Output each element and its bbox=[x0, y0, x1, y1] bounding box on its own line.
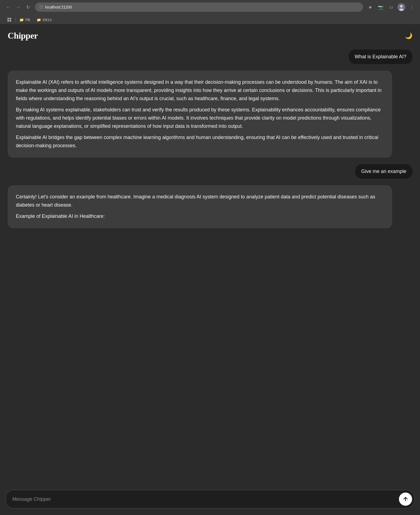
browser-chrome: ← → ↻ ⓘ localhost:21200 ★ 📷 ▭ ⋮ bbox=[0, 0, 420, 24]
tab-separator-1 bbox=[15, 18, 16, 22]
ai-bubble-1: Explainable AI (XAI) refers to artificia… bbox=[8, 71, 392, 158]
message-input[interactable] bbox=[12, 496, 397, 502]
browser-tabs: 📁 PB 📁 EB1A bbox=[0, 14, 420, 24]
tab-eb1a-label: EB1A bbox=[43, 18, 52, 22]
ai-bubble-2: Certainly! Let's consider an example fro… bbox=[8, 185, 392, 228]
bookmark-button[interactable]: ★ bbox=[366, 3, 374, 11]
ai-para-2-1: Certainly! Let's consider an example fro… bbox=[16, 193, 384, 209]
app-container: Chipper 🌙 What is Explainable AI? Explai… bbox=[0, 24, 420, 515]
message-ai-2: Certainly! Let's consider an example fro… bbox=[5, 182, 415, 232]
user-bubble-2: Give me an example bbox=[355, 164, 412, 179]
nav-buttons: ← → ↻ bbox=[4, 3, 32, 11]
svg-point-1 bbox=[400, 5, 403, 8]
input-area bbox=[0, 485, 420, 515]
send-button[interactable] bbox=[399, 493, 412, 506]
chat-area: What is Explainable AI? Explainable AI (… bbox=[5, 46, 415, 515]
app-header: Chipper 🌙 bbox=[5, 31, 415, 41]
forward-button[interactable]: → bbox=[14, 3, 22, 11]
ai-para-1-2: By making AI systems explainable, stakeh… bbox=[16, 106, 384, 130]
reload-button[interactable]: ↻ bbox=[24, 3, 32, 11]
ai-para-2-2: Example of Explainable AI in Healthcare: bbox=[16, 212, 384, 221]
browser-toolbar: ← → ↻ ⓘ localhost:21200 ★ 📷 ▭ ⋮ bbox=[0, 0, 420, 14]
svg-rect-6 bbox=[10, 20, 11, 22]
message-user-2: Give me an example bbox=[5, 161, 415, 182]
dark-mode-button[interactable]: 🌙 bbox=[405, 32, 412, 39]
tab-pb-icon: 📁 bbox=[19, 18, 24, 22]
tab-grid[interactable] bbox=[4, 16, 14, 23]
profile-avatar[interactable] bbox=[398, 3, 405, 11]
tab-eb1a-icon: 📁 bbox=[37, 18, 41, 22]
url-text: localhost:21200 bbox=[45, 5, 72, 9]
menu-button[interactable]: ⋮ bbox=[408, 3, 416, 11]
ai-para-1-3: Explainable AI bridges the gap between c… bbox=[16, 134, 384, 150]
svg-rect-5 bbox=[7, 20, 9, 22]
extension-button[interactable]: ▭ bbox=[387, 3, 395, 11]
browser-actions: ★ 📷 ▭ ⋮ bbox=[366, 3, 416, 11]
address-bar[interactable]: ⓘ localhost:21200 bbox=[35, 2, 363, 12]
lock-icon: ⓘ bbox=[39, 5, 43, 10]
app-title: Chipper bbox=[8, 31, 38, 41]
message-ai-1: Explainable AI (XAI) refers to artificia… bbox=[5, 67, 415, 161]
tab-pb-label: PB bbox=[25, 18, 30, 22]
ai-para-1-1: Explainable AI (XAI) refers to artificia… bbox=[16, 78, 384, 103]
tab-pb[interactable]: 📁 PB bbox=[17, 17, 33, 23]
svg-rect-3 bbox=[7, 18, 9, 19]
input-wrapper bbox=[5, 490, 415, 508]
back-button[interactable]: ← bbox=[4, 3, 12, 11]
screenshot-button[interactable]: 📷 bbox=[377, 3, 384, 11]
user-bubble-1: What is Explainable AI? bbox=[349, 50, 412, 64]
message-user-1: What is Explainable AI? bbox=[5, 46, 415, 67]
send-icon bbox=[402, 496, 409, 502]
tab-eb1a[interactable]: 📁 EB1A bbox=[34, 17, 54, 23]
svg-rect-4 bbox=[10, 18, 11, 19]
